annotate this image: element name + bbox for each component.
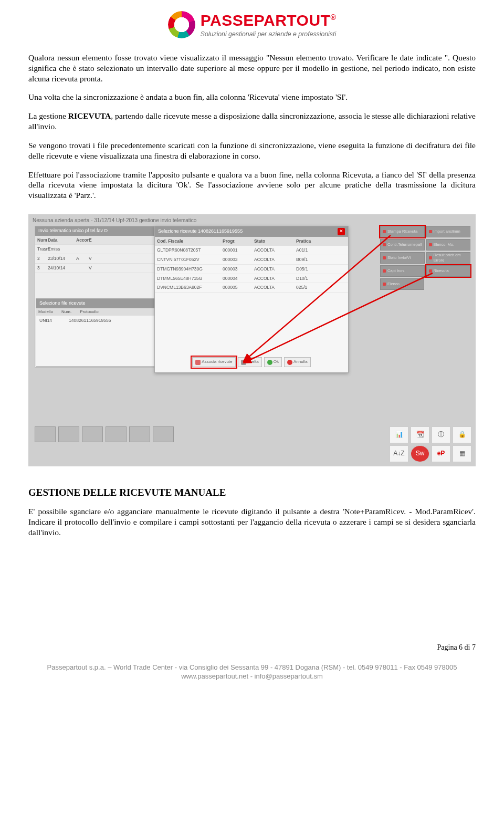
brand-header: PASSEPARTOUT® Soluzioni gestionali per a… (28, 11, 476, 41)
c: ACCOLTA (254, 276, 296, 282)
cancel-icon (287, 360, 292, 365)
sw-icon[interactable]: Sw (411, 445, 429, 462)
result-errore-button[interactable]: Result prich.am Errore (426, 252, 471, 264)
lbl: Contr.Telerrornepall (387, 242, 422, 247)
dot-icon (383, 283, 386, 286)
dot-icon (383, 243, 386, 246)
associa-ricevute-button[interactable]: Associa ricevute (192, 357, 235, 367)
hdr-num: Num (37, 237, 45, 243)
info-icon[interactable]: ⓘ (432, 426, 450, 443)
scelta-icon (241, 360, 246, 365)
c: CNTVNI57T01F052V (157, 257, 223, 263)
c: V (89, 256, 98, 262)
paragraph-1: Qualora nessun elemento fosse trovato vi… (28, 53, 476, 84)
ok-button[interactable]: Ok (264, 357, 282, 367)
logo-text: PASSEPARTOUT® Soluzioni gestionali per a… (201, 11, 337, 39)
p3-bold: RICEVUTA (68, 111, 111, 120)
lbl: Result prich.am Errore (434, 253, 468, 263)
annulla-button[interactable]: Annulla (284, 357, 311, 367)
c: 025/1 (296, 285, 328, 290)
fr-0: UNI14 (39, 318, 52, 324)
import-button[interactable]: Import anslimm (426, 226, 471, 237)
c (76, 265, 86, 271)
bottom-button-bar (35, 426, 174, 442)
close-icon[interactable]: ✕ (338, 228, 345, 235)
bottom-button[interactable] (58, 426, 79, 442)
stampa-ricevuta-button[interactable]: Stampa Ricevuta (380, 226, 425, 237)
c: 000004 (223, 276, 254, 282)
elenco-mo-button[interactable]: Elenco. Mo. (426, 239, 471, 251)
contr-tele-button[interactable]: Contr.Telerrornepall (380, 239, 425, 251)
dialog-headers: Cod. Fiscale Progr. Stato Pratica (155, 237, 348, 246)
capt-iron-button[interactable]: Capt Iron. (380, 265, 425, 277)
fr-2: 14082611165919555 (69, 318, 111, 324)
c: 000003 (223, 257, 254, 263)
paragraph-3: La gestione RICEVUTA, partendo dalle ric… (28, 111, 476, 132)
screenshot-window-title: Nessuna azienda aperta - 31/12/14 Upf-20… (33, 217, 196, 224)
scelta-button[interactable]: Scelta (238, 357, 262, 367)
paragraph-5: Effettuare poi l'associazione tramite l'… (28, 170, 476, 201)
footer-line-1: Passepartout s.p.a. – World Trade Center… (28, 663, 476, 672)
dot-icon (383, 269, 386, 273)
dot-icon (429, 230, 432, 233)
elenco-button[interactable]: Elenco (380, 278, 424, 290)
bottom-button[interactable] (153, 426, 174, 442)
paragraph-4: Se vengono trovati i file precedentement… (28, 140, 476, 161)
c: 000001 (223, 247, 254, 253)
c: B09/1 (296, 257, 328, 263)
fh-0: Modello (38, 309, 53, 315)
selezione-ricevute-dialog: Selezione ricevute 14082611165919555 ✕ C… (154, 226, 349, 373)
c: GLTDPR60N08T205T (157, 247, 223, 253)
bottom-button[interactable] (82, 426, 103, 442)
bottom-button[interactable] (129, 426, 150, 442)
mh-0: Cod. Fiscale (157, 238, 223, 244)
dot-icon (383, 256, 386, 259)
dialog-titlebar: Selezione ricevute 14082611165919555 ✕ (155, 226, 348, 237)
chart-icon[interactable]: 📊 (390, 426, 408, 443)
mh-3: Pratica (296, 238, 328, 244)
section-2-title: GESTIONE DELLE RICEVUTE MANUALE (28, 486, 476, 499)
lbl: Ok (274, 359, 279, 365)
dialog-row[interactable]: DTMGTN93904H739G 000003 ACCOLTA D05/1 (155, 265, 348, 274)
hdr-e: E (89, 237, 98, 243)
dialog-row[interactable]: DTMML565E48H735G 000004 ACCOLTA D10/1 (155, 274, 348, 284)
fh-2: Protocollo (80, 309, 99, 315)
c: A01/1 (296, 247, 328, 253)
lbl: Annulla (293, 359, 308, 365)
c: V (89, 265, 98, 271)
stato-invio-button[interactable]: Stato Invio/Vi (380, 252, 425, 264)
c: ACCOLTA (254, 285, 296, 290)
sort-az-icon[interactable]: A↓Z (390, 445, 408, 462)
srch-3 (76, 246, 86, 252)
grid-icon[interactable]: ▦ (453, 445, 471, 462)
footer-line-2: www.passepartout.net - info@passepartout… (28, 672, 476, 681)
logo-subtitle: Soluzioni gestionali per aziende e profe… (201, 30, 337, 39)
dot-icon (429, 269, 432, 273)
lbl: Ricevuta (434, 268, 449, 274)
ep-icon[interactable]: eP (432, 445, 450, 462)
ricevuta-button[interactable]: Ricevuta (426, 265, 471, 277)
lbl: Elenco. Mo. (434, 242, 455, 247)
fh-1: Num. (61, 309, 71, 315)
dot-icon (383, 230, 386, 233)
dialog-footer: Associa ricevute Scelta Ok Annulla (155, 355, 348, 369)
mh-1: Progr. (223, 238, 254, 244)
bottom-button[interactable] (106, 426, 127, 442)
lbl: Import anslimm (434, 229, 460, 234)
paragraph-2: Una volta che la sincronizzazione è anda… (28, 92, 476, 102)
dialog-row[interactable]: DVNCML13B63A802F 000005 ACCOLTA 025/1 (155, 283, 348, 293)
lbl: Stampa Ricevuta (387, 229, 417, 234)
section-2-p1: E' possibile sganciare e/o agganciare ma… (28, 506, 476, 537)
lock-icon[interactable]: 🔒 (453, 426, 471, 443)
page-footer: Passepartout s.p.a. – World Trade Center… (28, 663, 476, 681)
dialog-row[interactable]: CNTVNI57T01F052V 000003 ACCOLTA B09/1 (155, 255, 348, 265)
logo-title: PASSEPARTOUT® (201, 11, 337, 30)
c: DVNCML13B63A802F (157, 285, 223, 290)
c: 3 (37, 265, 45, 271)
dialog-row[interactable]: GLTDPR60N08T205T 000001 ACCOLTA A01/1 (155, 246, 348, 255)
bottom-button[interactable] (35, 426, 56, 442)
lbl: Capt Iron. (387, 268, 405, 274)
lbl: Elenco (387, 282, 400, 287)
c: 2 (37, 256, 45, 262)
calendar-icon[interactable]: 📆 (411, 426, 429, 443)
